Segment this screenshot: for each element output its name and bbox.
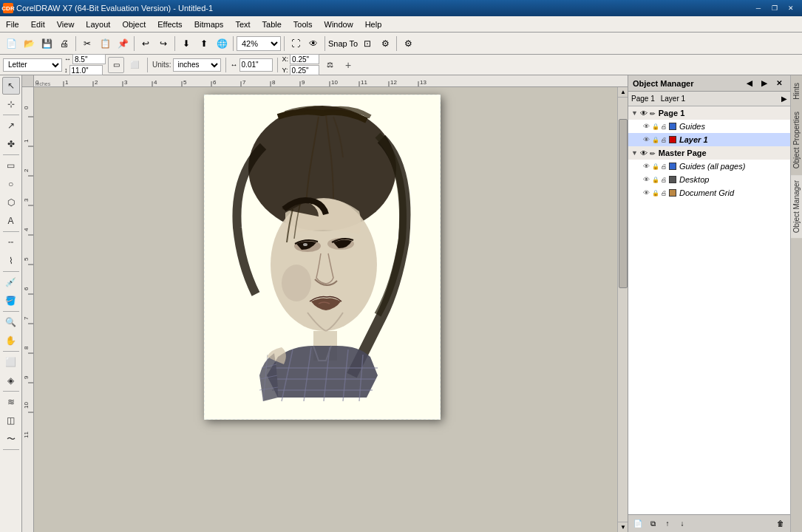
parallel-dimension[interactable]: ╌ — [2, 233, 20, 251]
minimize-button[interactable]: ─ — [750, 2, 767, 14]
window-controls[interactable]: ─ ❐ ✕ — [750, 2, 799, 14]
eye-icon-desktop[interactable]: 👁 — [643, 176, 650, 183]
menu-view[interactable]: View — [51, 18, 81, 30]
page-add-btn[interactable]: + — [340, 57, 356, 73]
grid-x-input[interactable] — [290, 54, 319, 64]
undo-button[interactable]: ↩ — [137, 35, 154, 52]
expand-masterpage-icon[interactable]: ▼ — [631, 149, 639, 157]
move-layer-up-btn[interactable]: ↑ — [661, 517, 674, 531]
page-width-input[interactable] — [72, 54, 106, 64]
interactive-fill[interactable]: ◈ — [2, 372, 20, 389]
units-select[interactable]: inches mm cm pixels — [173, 58, 221, 72]
close-button[interactable]: ✕ — [783, 2, 799, 14]
menu-tools[interactable]: Tools — [288, 18, 319, 30]
cut-button[interactable]: ✂ — [79, 35, 95, 52]
eye-icon-layer1[interactable]: 👁 — [643, 136, 650, 143]
print-icon-guides-all[interactable]: 🖨 — [661, 163, 667, 170]
node-tool[interactable]: ⊹ — [2, 95, 20, 113]
duplicate-layer-btn[interactable]: ⧉ — [646, 517, 659, 531]
menu-effects[interactable]: Effects — [152, 18, 188, 30]
obj-manager-tab[interactable]: Object Manager — [791, 175, 802, 238]
nudge-input[interactable] — [239, 58, 273, 72]
panel-close-btn[interactable]: ✕ — [772, 77, 786, 90]
vertical-scrollbar[interactable]: ▲ ▼ — [617, 87, 628, 532]
zoom-dropdown[interactable]: 42% 100% 200% — [237, 36, 281, 51]
new-layer-btn[interactable]: 📄 — [631, 517, 645, 531]
v-scroll-thumb[interactable] — [619, 119, 628, 289]
lock-icon-desktop[interactable]: 🔒 — [652, 177, 659, 183]
ellipse-tool[interactable]: ○ — [2, 175, 20, 193]
smear-tool[interactable]: 〜 — [2, 430, 20, 448]
edit-icon[interactable]: ✏ — [650, 110, 656, 117]
tree-desktop[interactable]: 👁 🔒 🖨 Desktop — [628, 173, 790, 186]
tree-guides[interactable]: 👁 🔒 🖨 Guides — [628, 120, 790, 133]
menu-table[interactable]: Table — [256, 18, 288, 30]
lock-icon-layer1[interactable]: 🔒 — [652, 137, 659, 143]
restore-button[interactable]: ❐ — [767, 2, 783, 14]
panel-expand-btn[interactable]: ▶ — [758, 77, 771, 90]
eye-icon-docgrid[interactable]: 👁 — [643, 189, 650, 197]
menu-file[interactable]: File — [0, 18, 25, 30]
pan-tool[interactable]: ✋ — [2, 332, 20, 349]
connector-tool[interactable]: ⌇ — [2, 252, 20, 270]
menu-window[interactable]: Window — [319, 18, 359, 30]
text-tool[interactable]: A — [2, 212, 20, 230]
menu-layout[interactable]: Layout — [80, 18, 116, 30]
open-button[interactable]: 📂 — [21, 35, 37, 52]
view-manager[interactable]: 👁 — [305, 35, 322, 52]
eye-icon[interactable]: 👁 — [640, 109, 648, 117]
polygon-tool[interactable]: ⬡ — [2, 194, 20, 211]
scroll-up-arrow[interactable]: ▲ — [618, 87, 628, 98]
menu-help[interactable]: Help — [359, 18, 388, 30]
print-icon-guides[interactable]: 🖨 — [661, 123, 667, 130]
edit-icon-masterpage[interactable]: ✏ — [650, 150, 656, 157]
blend-tool[interactable]: ≋ — [2, 393, 20, 411]
paste-button[interactable]: 📌 — [115, 35, 131, 52]
save-button[interactable]: 💾 — [38, 35, 55, 52]
snap-settings[interactable]: ⚙ — [377, 35, 393, 52]
canvas-area[interactable]: SyS ©2016 ▲ ▼ — [34, 87, 628, 532]
publish-button[interactable]: 🌐 — [214, 35, 230, 52]
transparency[interactable]: ◫ — [2, 412, 20, 429]
scroll-down-arrow[interactable]: ▼ — [618, 522, 628, 532]
print-icon-desktop[interactable]: 🖨 — [661, 177, 667, 183]
copy-button[interactable]: 📋 — [97, 35, 113, 52]
import-button[interactable]: ⬇ — [178, 35, 194, 52]
expand-page1-icon[interactable]: ▼ — [631, 109, 639, 117]
lock-icon-guides-all[interactable]: 🔒 — [652, 163, 659, 170]
print-icon-layer1[interactable]: 🖨 — [661, 137, 667, 143]
redo-button[interactable]: ↪ — [155, 35, 171, 52]
landscape-btn[interactable]: ⬜ — [126, 57, 143, 73]
tree-docgrid[interactable]: 👁 🔒 🖨 Document Grid — [628, 186, 790, 200]
eyedropper-tool[interactable]: 💉 — [2, 273, 20, 291]
move-layer-down-btn[interactable]: ↓ — [676, 517, 689, 531]
page-height-input[interactable] — [69, 65, 103, 75]
menu-text[interactable]: Text — [229, 18, 256, 30]
eye-icon-guides-all[interactable]: 👁 — [643, 163, 650, 170]
page-size-select[interactable]: Letter A4 Legal — [3, 58, 62, 72]
print-button[interactable]: 🖨 — [56, 35, 72, 52]
tree-guides-all[interactable]: 👁 🔒 🖨 Guides (all pages) — [628, 160, 790, 173]
paint-bucket[interactable]: 🪣 — [2, 292, 20, 310]
panel-arrow-right[interactable]: ▶ — [781, 95, 787, 103]
smart-draw[interactable]: ✤ — [2, 135, 20, 153]
delete-layer-btn[interactable]: 🗑 — [774, 517, 787, 531]
tree-masterpage[interactable]: ▼ 👁 ✏ Master Page — [628, 146, 790, 160]
export-button[interactable]: ⬆ — [196, 35, 212, 52]
select-tool[interactable]: ↖ — [2, 77, 20, 95]
eye-icon-masterpage[interactable]: 👁 — [640, 149, 648, 157]
snap-toggle[interactable]: ⊡ — [359, 35, 375, 52]
grid-y-input[interactable] — [290, 65, 319, 75]
new-button[interactable]: 📄 — [3, 35, 19, 52]
tree-layer1[interactable]: 👁 🔒 🖨 Layer 1 — [628, 133, 790, 146]
fill-tool[interactable]: ⬜ — [2, 353, 20, 371]
zoom-tool[interactable]: 🔍 — [2, 313, 20, 331]
drawing-scale-btn[interactable]: ⚖ — [322, 57, 338, 73]
eye-icon-guides[interactable]: 👁 — [643, 123, 650, 130]
menu-object[interactable]: Object — [116, 18, 152, 30]
freehand-tool[interactable]: ↗ — [2, 117, 20, 134]
print-icon-docgrid[interactable]: 🖨 — [661, 190, 667, 197]
full-screen-preview[interactable]: ⛶ — [288, 35, 304, 52]
panel-collapse-btn[interactable]: ◀ — [743, 77, 756, 90]
tree-page1[interactable]: ▼ 👁 ✏ Page 1 — [628, 106, 790, 120]
